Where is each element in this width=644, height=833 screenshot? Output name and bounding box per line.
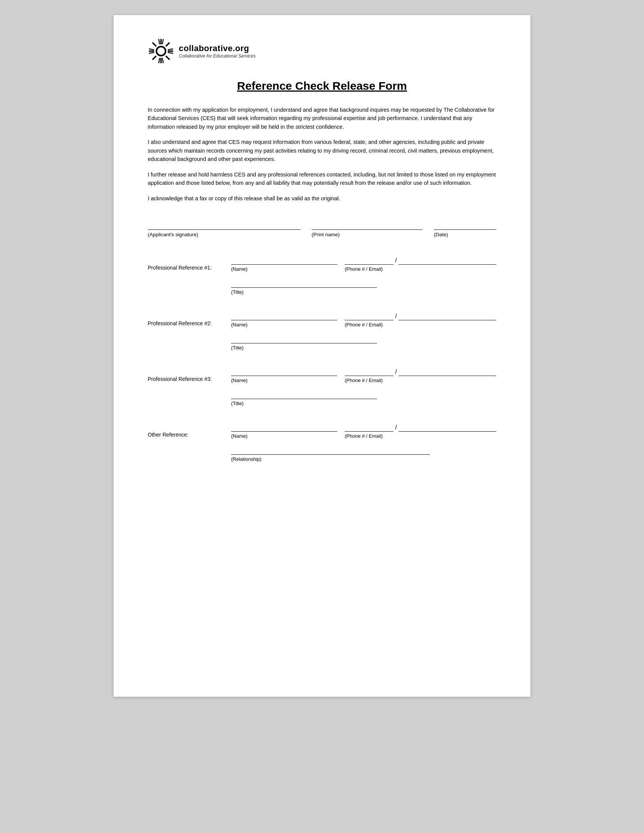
reference-1-title-line xyxy=(231,280,377,288)
reference-3-name-field: (Name) xyxy=(231,368,337,383)
other-reference-top-row: (Name) / (Phone # / Email) xyxy=(231,423,496,439)
other-reference-phone-inner: / xyxy=(345,423,496,432)
svg-line-12 xyxy=(149,49,154,50)
svg-line-5 xyxy=(166,42,170,46)
print-name-field: (Print name) xyxy=(312,222,423,237)
other-reference-name-label: (Name) xyxy=(231,433,337,439)
logo-icon xyxy=(148,38,174,64)
reference-3-phone-line-right xyxy=(399,368,496,376)
logo-subtitle: Collaborative for Educational Services xyxy=(179,53,256,59)
reference-3-title-line xyxy=(231,391,377,399)
reference-3-phone-field: / (Phone # / Email) xyxy=(345,368,496,383)
reference-1-phone-field: / (Phone # / Email) xyxy=(345,256,496,272)
reference-2-phone-line-right xyxy=(399,312,496,320)
paragraph-4: I acknowledge that a fax or copy of this… xyxy=(148,194,496,203)
other-reference-relationship-label: (Relationship) xyxy=(231,456,430,462)
reference-3-slash: / xyxy=(395,368,397,376)
reference-1-name-label: (Name) xyxy=(231,266,337,272)
other-reference-slash: / xyxy=(395,424,397,432)
applicant-signature-field: (Applicant's signature) xyxy=(148,222,300,237)
date-field: (Date) xyxy=(434,222,496,237)
other-reference-label: Other Reference: xyxy=(148,423,231,438)
date-line xyxy=(434,222,496,230)
reference-2-title-label: (Title) xyxy=(231,345,377,351)
reference-3-name-label: (Name) xyxy=(231,378,337,383)
svg-line-15 xyxy=(168,53,173,54)
other-reference-name-line xyxy=(231,423,337,432)
print-name-line xyxy=(312,222,423,230)
svg-line-13 xyxy=(149,53,154,54)
form-title: Reference Check Release Form xyxy=(148,79,496,92)
other-reference-relationship-row: (Relationship) xyxy=(231,446,430,462)
applicant-signature-label: (Applicant's signature) xyxy=(148,232,300,237)
reference-3-phone-inner: / xyxy=(345,368,496,376)
reference-1-fields: (Name) / (Phone # / Email) (Title) xyxy=(231,256,496,295)
paragraph-2: I also understand and agree that CES may… xyxy=(148,138,496,163)
reference-1-title-label: (Title) xyxy=(231,289,377,295)
reference-3-label: Professional Reference #3: xyxy=(148,368,231,382)
reference-3-phone-line-left xyxy=(345,368,394,376)
reference-1-phone-line-left xyxy=(345,256,394,265)
reference-2-phone-label: (Phone # / Email) xyxy=(345,322,496,328)
reference-1-name-field: (Name) xyxy=(231,256,337,272)
other-reference-fields: (Name) / (Phone # / Email) (Relationship… xyxy=(231,423,496,462)
reference-1-slash: / xyxy=(395,257,397,265)
reference-1-phone-line-right xyxy=(399,256,496,265)
reference-1-name-line xyxy=(231,256,337,265)
reference-2-slash: / xyxy=(395,313,397,320)
other-reference-phone-field: / (Phone # / Email) xyxy=(345,423,496,439)
date-label: (Date) xyxy=(434,232,496,237)
page: collaborative.org Collaborative for Educ… xyxy=(114,15,530,697)
reference-1-phone-label: (Phone # / Email) xyxy=(345,266,496,272)
reference-3-phone-label: (Phone # / Email) xyxy=(345,378,496,383)
reference-3-title-row: (Title) xyxy=(231,391,377,406)
reference-2-row: Professional Reference #2: (Name) / (Pho… xyxy=(148,312,496,351)
applicant-signature-line xyxy=(148,222,300,230)
logo-title: collaborative.org xyxy=(179,43,256,53)
reference-2-label: Professional Reference #2: xyxy=(148,312,231,326)
reference-3-fields: (Name) / (Phone # / Email) (Title) xyxy=(231,368,496,406)
reference-2-name-line xyxy=(231,312,337,320)
paragraph-1: In connection with my application for em… xyxy=(148,106,496,131)
svg-line-11 xyxy=(163,58,164,63)
svg-line-4 xyxy=(152,42,156,46)
reference-1-title-row: (Title) xyxy=(231,280,377,295)
other-reference-section: Other Reference: (Name) / (Phone # / Ema… xyxy=(148,423,496,462)
svg-point-17 xyxy=(157,47,165,55)
reference-2-phone-line-left xyxy=(345,312,394,320)
reference-2-name-field: (Name) xyxy=(231,312,337,328)
paragraph-3: I further release and hold harmless CES … xyxy=(148,170,496,187)
reference-2-title-line xyxy=(231,335,377,343)
signature-section: (Applicant's signature) (Print name) (Da… xyxy=(148,222,496,237)
other-reference-relationship-line xyxy=(231,446,430,455)
reference-3-section: Professional Reference #3: (Name) / (Pho… xyxy=(148,368,496,406)
reference-2-top-row: (Name) / (Phone # / Email) xyxy=(231,312,496,328)
reference-3-title-label: (Title) xyxy=(231,400,377,406)
reference-1-top-row: (Name) / (Phone # / Email) xyxy=(231,256,496,272)
reference-2-section: Professional Reference #2: (Name) / (Pho… xyxy=(148,312,496,351)
reference-1-row: Professional Reference #1: (Name) / (Pho… xyxy=(148,256,496,295)
svg-line-14 xyxy=(168,49,173,50)
reference-2-phone-field: / (Phone # / Email) xyxy=(345,312,496,328)
reference-1-label: Professional Reference #1: xyxy=(148,256,231,271)
other-reference-name-field: (Name) xyxy=(231,423,337,439)
reference-2-name-label: (Name) xyxy=(231,322,337,328)
reference-3-row: Professional Reference #3: (Name) / (Pho… xyxy=(148,368,496,406)
reference-3-name-line xyxy=(231,368,337,376)
logo-text-block: collaborative.org Collaborative for Educ… xyxy=(179,43,256,59)
other-reference-phone-line-left xyxy=(345,423,394,432)
svg-line-10 xyxy=(159,58,160,63)
svg-line-7 xyxy=(166,56,170,60)
logo-section: collaborative.org Collaborative for Educ… xyxy=(148,38,496,64)
svg-line-9 xyxy=(163,39,164,44)
reference-2-title-row: (Title) xyxy=(231,335,377,351)
other-reference-row: Other Reference: (Name) / (Phone # / Ema… xyxy=(148,423,496,462)
print-name-label: (Print name) xyxy=(312,232,423,237)
svg-line-8 xyxy=(159,39,160,44)
reference-2-phone-inner: / xyxy=(345,312,496,320)
other-reference-phone-line-right xyxy=(399,423,496,432)
reference-2-fields: (Name) / (Phone # / Email) (Title) xyxy=(231,312,496,351)
reference-1-phone-inner: / xyxy=(345,256,496,265)
reference-3-top-row: (Name) / (Phone # / Email) xyxy=(231,368,496,383)
other-reference-phone-label: (Phone # / Email) xyxy=(345,433,496,439)
